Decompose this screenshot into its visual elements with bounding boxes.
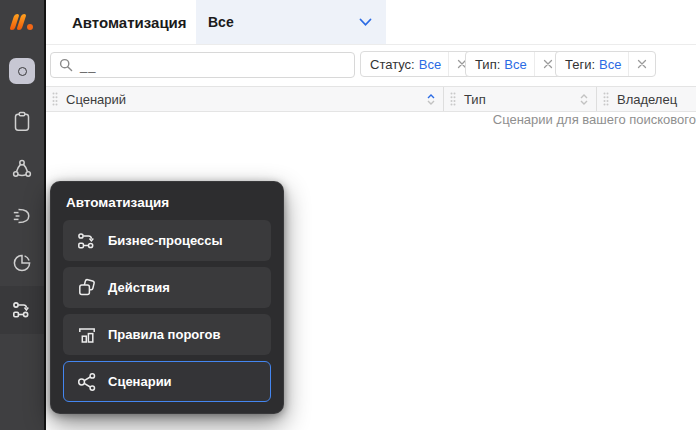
share-icon [76,371,98,393]
sidebar-item-workspace[interactable] [2,51,42,91]
page-title: Автоматизация [72,0,187,45]
sort-desc-icon [427,100,435,105]
popup-title: Автоматизация [63,192,271,210]
sidebar-item-dataflows[interactable] [2,196,42,236]
page: Автоматизация Все __ Статус: Все Тип: Вс… [0,0,696,430]
column-header-owner[interactable]: Владелец [596,87,696,111]
sidebar-item-reports[interactable] [2,243,42,283]
table-header: Сценарий Тип Владелец [46,86,696,112]
column-label: Владелец [617,92,688,107]
filter-label: Тип: [475,57,500,72]
scope-dropdown[interactable]: Все [196,0,386,44]
automation-popup-menu: Автоматизация Бизнес-процессы Де [50,181,284,414]
close-icon [543,59,553,69]
menu-item-scenarios[interactable]: Сценарии [63,361,271,402]
menu-item-threshold-rules[interactable]: Правила порогов [63,314,271,355]
automation-icon [11,299,33,321]
menu-item-label: Действия [108,280,170,295]
workspace-icon [9,58,35,84]
close-icon [637,59,647,69]
stream-icon [11,205,33,227]
sort-control[interactable] [427,94,435,105]
filter-label: Статус: [370,57,415,72]
column-header-type[interactable]: Тип [443,87,596,111]
search-icon [59,58,73,72]
sidebar-item-board[interactable] [2,102,42,142]
drag-handle-icon[interactable] [603,92,609,106]
menu-item-business-processes[interactable]: Бизнес-процессы [63,220,271,261]
sort-control[interactable] [580,94,588,105]
menu-item-label: Правила порогов [108,327,220,342]
empty-state-text: Сценарии для вашего поискового [493,112,696,127]
clipboard-icon [11,111,33,133]
workflow-icon [76,230,98,252]
search-value: __ [80,58,96,73]
actions-icon [76,277,98,299]
app-logo[interactable] [0,0,44,44]
filter-chip-tags[interactable]: Теги: Все [555,51,656,77]
drag-handle-icon[interactable] [450,92,456,106]
pie-chart-icon [11,252,33,274]
filter-label: Теги: [565,57,595,72]
popup-items: Бизнес-процессы Действия Правила порогов [63,220,271,402]
menu-item-actions[interactable]: Действия [63,267,271,308]
chevron-down-icon [359,18,372,27]
sidebar-item-topology[interactable] [2,149,42,189]
threshold-icon [76,324,98,346]
menu-item-label: Бизнес-процессы [108,233,223,248]
filter-chip-status[interactable]: Статус: Все [360,51,476,77]
filter-clear-button[interactable] [628,52,655,76]
filter-chip-type[interactable]: Тип: Все [465,51,562,77]
filter-value: Все [504,57,526,72]
scope-dropdown-value: Все [208,14,359,30]
filter-value: Все [599,57,621,72]
search-input[interactable]: __ [50,52,355,78]
column-header-scenario[interactable]: Сценарий [46,87,443,111]
sort-asc-icon [580,94,588,99]
sidebar-item-automation[interactable] [2,290,42,330]
sort-asc-icon [427,94,435,99]
column-label: Сценарий [66,92,419,107]
menu-item-label: Сценарии [108,374,172,389]
column-label: Тип [464,92,572,107]
sort-desc-icon [580,100,588,105]
sidebar [0,0,46,430]
drag-handle-icon[interactable] [52,92,58,106]
network-icon [11,158,33,180]
header: Автоматизация Все [46,0,696,45]
monq-logo-icon [12,14,33,30]
filter-value: Все [419,57,441,72]
